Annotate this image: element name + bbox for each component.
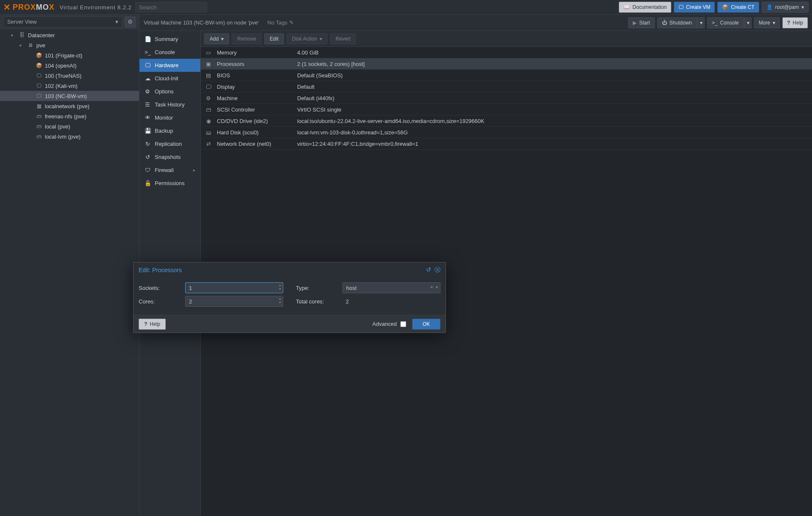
ok-button[interactable]: OK <box>412 319 440 330</box>
modal-help-button[interactable]: ?Help <box>139 319 166 330</box>
advanced-checkbox-label[interactable]: Advanced <box>372 321 406 327</box>
close-icon[interactable]: ⓧ <box>435 266 440 274</box>
documentation-button[interactable]: 📖Documentation <box>619 2 671 13</box>
hardware-row-scsi-controller[interactable]: 🗃SCSI ControllerVirtIO SCSI single <box>201 104 812 115</box>
help-button[interactable]: ?Help <box>782 17 808 28</box>
start-button[interactable]: ▶Start <box>628 17 654 28</box>
hardware-icon: 🖵 <box>145 62 150 68</box>
user-icon: 👤 <box>766 4 773 10</box>
subnav-hardware[interactable]: 🖵Hardware <box>139 59 200 72</box>
subnav-monitor[interactable]: 👁Monitor <box>139 111 200 124</box>
tree-node-datacenter[interactable]: ▾🗄Datacenter <box>0 30 139 40</box>
type-label: Type: <box>296 285 342 291</box>
remove-button[interactable]: Remove <box>232 33 262 44</box>
subnav-task-history[interactable]: ☰Task History <box>139 98 200 111</box>
revert-button[interactable]: Revert <box>330 33 356 44</box>
hardware-row-machine[interactable]: ⚙MachineDefault (i440fx) <box>201 93 812 104</box>
cloud-icon: ☁ <box>145 75 150 82</box>
storage-icon: 🗃 <box>36 123 42 130</box>
book-icon: 📖 <box>623 4 630 10</box>
disk-action-button[interactable]: Disk Action ▾ <box>287 33 328 44</box>
edit-button[interactable]: Edit <box>264 33 284 44</box>
resource-tree: ▾🗄Datacenter▾🖥pve📦101 (Frigate-ct)📦104 (… <box>0 29 139 516</box>
hardware-row-bios[interactable]: ▤BIOSDefault (SeaBIOS) <box>201 70 812 81</box>
subnav-firewall[interactable]: 🛡Firewall▸ <box>139 164 200 177</box>
chevron-down-icon: ▾ <box>773 20 775 26</box>
no-tags-label[interactable]: No Tags ✎ <box>268 19 294 26</box>
hardware-label: SCSI Controller <box>217 106 293 113</box>
hardware-row-memory[interactable]: ▭Memory4.00 GiB <box>201 47 812 58</box>
hardware-row-processors[interactable]: ▣Processors2 (1 sockets, 2 cores) [host] <box>201 58 812 70</box>
console-button[interactable]: >_Console▾ <box>707 17 752 28</box>
advanced-checkbox[interactable] <box>400 321 406 327</box>
chevron-down-icon: ▾ <box>801 4 804 10</box>
sockets-input[interactable] <box>185 282 283 293</box>
hardware-row-network-device-net0-[interactable]: ⇄Network Device (net0)virtio=12:24:40:FF… <box>201 138 812 150</box>
hardware-label: Network Device (net0) <box>217 141 293 147</box>
hardware-label: Display <box>217 84 293 90</box>
console-dropdown[interactable]: ▾ <box>744 18 749 28</box>
create-ct-button[interactable]: 📦Create CT <box>717 2 759 13</box>
tree-node-local-pve-[interactable]: 🗃local (pve) <box>0 121 139 131</box>
subnav-label: Options <box>155 88 174 95</box>
subnav-label: Cloud-Init <box>155 75 178 82</box>
tree-node-localnetwork-pve-[interactable]: ▦localnetwork (pve) <box>0 101 139 111</box>
hardware-value: local:iso/ubuntu-22.04.2-live-server-amd… <box>297 118 809 124</box>
subnav-permissions[interactable]: 🔓Permissions <box>139 177 200 190</box>
chevron-right-icon: ▸ <box>193 168 195 172</box>
subnav-replication[interactable]: ↻Replication <box>139 137 200 150</box>
shutdown-button[interactable]: ⏻Shutdown▾ <box>657 17 705 28</box>
hardware-value: local-lvm:vm-103-disk-0,iothread=1,size=… <box>297 129 809 136</box>
machine-icon: ⚙ <box>204 95 213 101</box>
chevron-down-icon: ▾ <box>221 36 224 42</box>
add-button[interactable]: Add ▾ <box>204 33 229 44</box>
server-view-dropdown[interactable]: Server View▾ <box>3 16 122 27</box>
snapshot-icon: ↺ <box>145 154 150 160</box>
subnav-cloud-init[interactable]: ☁Cloud-Init <box>139 72 200 85</box>
hardware-row-cd-dvd-drive-ide2-[interactable]: ◉CD/DVD Drive (ide2)local:iso/ubuntu-22.… <box>201 115 812 127</box>
tree-node-101-frigate-ct-[interactable]: 📦101 (Frigate-ct) <box>0 50 139 60</box>
more-button[interactable]: More ▾ <box>754 17 780 28</box>
tree-node-label: 100 (TrueNAS) <box>45 73 82 79</box>
type-combo[interactable] <box>342 282 440 293</box>
tree-node-102-kali-vm-[interactable]: 🖵102 (Kali-vm) <box>0 81 139 91</box>
sidebar-settings-button[interactable]: ⚙ <box>125 16 136 27</box>
expand-arrow-icon[interactable]: ▾ <box>19 43 25 48</box>
tree-node-103-nc-bw-vm-[interactable]: 🖵103 (NC-BW-vm) <box>0 91 139 101</box>
search-input[interactable] <box>135 2 207 12</box>
subnav-options[interactable]: ⚙Options <box>139 85 200 98</box>
reset-icon[interactable]: ↺ <box>426 266 431 274</box>
subnav-summary[interactable]: 📄Summary <box>139 33 200 46</box>
gear-icon: ⚙ <box>128 19 133 25</box>
network-icon: ▦ <box>36 103 42 109</box>
expand-arrow-icon[interactable]: ▾ <box>11 33 16 38</box>
permissions-icon: 🔓 <box>145 180 150 186</box>
clear-icon[interactable]: ✕ <box>430 285 433 289</box>
hardware-value: 4.00 GiB <box>297 49 809 56</box>
tree-node-local-lvm-pve-[interactable]: 🗃local-lvm (pve) <box>0 131 139 142</box>
hardware-row-hard-disk-scsi0-[interactable]: 🖴Hard Disk (scsi0)local-lvm:vm-103-disk-… <box>201 127 812 138</box>
backup-icon: 💾 <box>145 128 150 134</box>
chevron-down-icon[interactable]: ▾ <box>436 285 438 289</box>
subnav-label: Summary <box>155 36 178 42</box>
hardware-row-display[interactable]: 🖵DisplayDefault <box>201 81 812 93</box>
subnav-label: Backup <box>155 128 173 134</box>
subnav-console[interactable]: >_Console <box>139 46 200 59</box>
subnav-backup[interactable]: 💾Backup <box>139 124 200 137</box>
tree-node-104-openai-[interactable]: 📦104 (openAI) <box>0 60 139 71</box>
subnav-snapshots[interactable]: ↺Snapshots <box>139 150 200 164</box>
cores-spinner-arrows[interactable]: ▲▼ <box>279 297 282 304</box>
sockets-spinner-arrows[interactable]: ▲▼ <box>279 283 282 291</box>
tree-node-100-truenas-[interactable]: 🖵100 (TrueNAS) <box>0 71 139 81</box>
create-vm-button[interactable]: 🖵Create VM <box>674 2 715 13</box>
gear-icon: ⚙ <box>145 88 150 95</box>
subnav-label: Task History <box>155 101 185 108</box>
tree-node-pve[interactable]: ▾🖥pve <box>0 40 139 50</box>
shutdown-dropdown[interactable]: ▾ <box>697 18 703 28</box>
console-icon: >_ <box>145 49 150 55</box>
user-menu-button[interactable]: 👤root@pam▾ <box>762 2 809 13</box>
cores-input[interactable] <box>185 296 283 307</box>
hardware-label: Processors <box>217 61 293 67</box>
hardware-label: BIOS <box>217 72 293 79</box>
tree-node-freenas-nfs-pve-[interactable]: 🗃freenas-nfs (pve) <box>0 111 139 121</box>
